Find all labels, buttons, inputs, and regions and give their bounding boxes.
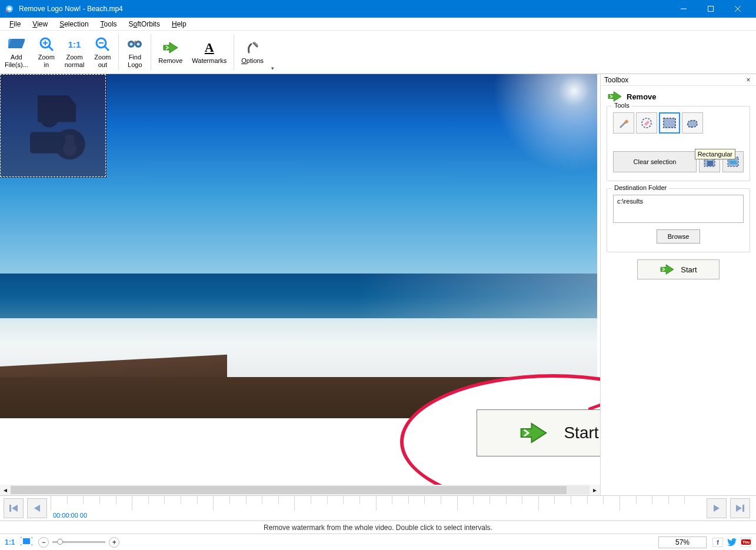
app-icon [5,4,14,14]
remove-icon [162,39,179,56]
timeline-first-frame-button[interactable] [4,498,24,518]
annotation-connector [588,386,600,409]
tool-eraser[interactable] [636,112,657,134]
toolbar-overflow[interactable]: ▾ [268,31,277,74]
timeline-next-frame-button[interactable] [707,498,727,518]
remove-arrow-icon [607,91,623,102]
svg-rect-33 [9,505,11,512]
annotation-start-button: Start [477,409,600,456]
svg-point-24 [63,142,76,155]
zoom-in-icon [38,36,55,52]
footer: 1:1 − + 57% f You [0,534,756,550]
svg-line-14 [105,46,109,51]
toolbar-add-files-label: Add File(s)... [5,54,28,68]
timeline: 00:00:00 00 [0,495,756,521]
svg-rect-30 [707,161,713,166]
toolbar-options-label: Options [241,57,264,64]
maximize-button[interactable] [697,0,724,18]
svg-point-19 [137,43,140,46]
zoom-normal-icon: 1:1 [66,36,83,52]
zoom-percent-display: 57% [658,536,707,548]
svg-line-10 [49,46,53,51]
destination-folder-input[interactable] [613,195,744,223]
zoom-slider-handle[interactable] [57,539,63,545]
svg-point-20 [40,109,58,127]
svg-rect-34 [742,505,744,512]
toolbar-remove[interactable]: Remove [154,31,187,74]
add-files-icon [8,36,25,52]
svg-rect-28 [664,118,675,128]
scroll-left-button[interactable]: ◂ [0,485,11,495]
menu-view[interactable]: View [26,19,54,29]
toolbar-remove-label: Remove [158,57,182,64]
zoom-slider[interactable] [52,541,105,543]
youtube-icon[interactable]: You [741,538,751,547]
toolbar-add-files[interactable]: Add File(s)... [0,31,33,74]
statusbar-text: Remove watermark from the whole video. D… [264,524,492,532]
toolbar-zoom-in-label: Zoom in [38,54,55,68]
watermarks-icon: A [201,39,218,56]
toolbar-zoom-out-label: Zoom out [94,54,111,68]
timeline-last-frame-button[interactable] [730,498,750,518]
menu-help[interactable]: Help [166,19,192,29]
window-title: Remove Logo Now! - Beach.mp4 [19,5,670,13]
start-button-label: Start [681,265,697,274]
minimize-button[interactable] [670,0,697,18]
tools-group-label: Tools [612,102,632,109]
menu-tools[interactable]: Tools [95,19,123,29]
svg-rect-4 [708,6,714,12]
tooltip-rectangular: Rectangular [695,149,735,159]
toolbar-zoom-normal-label: Zoom normal [65,54,85,68]
toolbox-title: Remove [627,92,657,101]
toolbar-zoom-in[interactable]: Zoom in [33,31,60,74]
toolbar-options[interactable]: Options [237,31,268,74]
zoom-out-small-button[interactable]: − [38,537,49,548]
statusbar: Remove watermark from the whole video. D… [0,521,756,534]
selection-rectangle[interactable] [0,74,106,177]
twitter-icon[interactable] [727,538,737,547]
watermark-placeholder-icon [15,88,91,164]
clear-selection-button[interactable]: Clear selection [613,151,697,172]
toolbox-close-button[interactable]: × [744,76,752,84]
zoom-out-icon [94,36,111,52]
toolbar-zoom-normal[interactable]: 1:1 Zoom normal [60,31,89,74]
menu-selection[interactable]: Selection [54,19,94,29]
menubar: File View Selection Tools SoftOrbits Hel… [0,18,756,31]
close-button[interactable] [724,0,751,18]
annotation-start-label: Start [564,424,598,442]
menu-file[interactable]: File [4,19,26,29]
facebook-icon[interactable]: f [712,538,723,547]
svg-point-18 [130,43,133,46]
scroll-right-button[interactable]: ▸ [590,485,600,495]
video-preview[interactable]: Start [0,74,600,485]
toolbox-panel-title: Toolbox [604,76,628,84]
options-icon [244,39,261,56]
svg-line-25 [588,386,600,409]
tool-freeform[interactable] [682,112,703,134]
toolbar-find-logo[interactable]: Find Logo [121,31,148,74]
menu-softorbits[interactable]: SoftOrbits [123,19,166,29]
toolbar: Add File(s)... Zoom in 1:1 Zoom normal Z… [0,31,756,74]
scroll-thumb[interactable] [11,486,567,494]
titlebar: Remove Logo Now! - Beach.mp4 [0,0,756,18]
timeline-track[interactable]: 00:00:00 00 [51,496,701,520]
destination-folder-label: Destination Folder [612,184,669,191]
start-button[interactable]: Start [637,259,720,279]
find-logo-icon [126,36,143,52]
zoom-ratio-label[interactable]: 1:1 [5,538,15,546]
svg-rect-35 [23,538,30,544]
tool-rectangular[interactable] [659,112,680,134]
browse-button[interactable]: Browse [657,229,700,244]
toolbar-find-logo-label: Find Logo [128,54,142,68]
toolbox-panel: Toolbox × Remove Tools Rectangular Clear… [600,74,756,495]
fit-screen-icon[interactable] [21,537,32,547]
video-canvas [0,74,597,418]
toolbar-zoom-out[interactable]: Zoom out [89,31,116,74]
toolbar-watermarks[interactable]: A Watermarks [187,31,231,74]
tool-marker[interactable] [613,112,634,134]
zoom-in-small-button[interactable]: + [109,537,119,548]
horizontal-scrollbar[interactable]: ◂ ▸ [0,485,600,495]
scroll-track[interactable] [11,486,590,494]
timeline-prev-frame-button[interactable] [27,498,47,518]
timeline-timestamp: 00:00:00 00 [53,512,87,519]
